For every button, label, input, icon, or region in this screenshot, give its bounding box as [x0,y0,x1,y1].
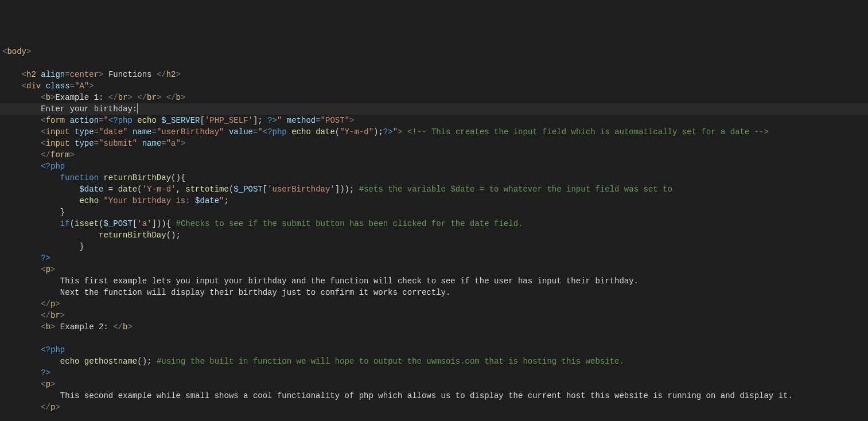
code-line[interactable]: <input type="submit" name="a"> [0,138,868,149]
code-token [2,345,41,354]
code-line[interactable]: <input type="date" name="userBirthday" v… [0,126,868,138]
code-token [2,254,41,263]
code-token [2,368,41,377]
code-token: > [26,47,31,56]
code-token [2,139,41,148]
code-line[interactable]: if(isset($_POST['a'])){ #Checks to see i… [0,218,868,229]
code-token: "a" [166,139,181,148]
code-token [282,116,286,125]
code-line[interactable]: <?php [0,344,868,356]
code-token: class [46,81,70,91]
code-token: Enter your birthday: [41,104,137,114]
code-line[interactable]: <b> Example 2: </b> [0,321,868,333]
code-token: gethostname [84,357,137,366]
code-token [2,276,60,286]
code-token: #using the built in function we will hop… [157,357,624,366]
code-line[interactable]: echo "Your birthday is: $date"; [0,195,868,206]
code-line[interactable]: <p> [0,379,868,390]
code-token: echo [137,116,157,125]
code-line[interactable]: </form> [0,149,868,161]
code-editor[interactable]: <body> <h2 align=center> Functions </h2>… [0,46,868,421]
code-token: returnBirthDay [99,231,166,240]
code-line[interactable]: $date = date('Y-m-d', strtotime($_POST['… [0,184,868,195]
code-token: = [94,139,99,148]
code-token: < [22,70,26,79]
code-token [287,127,291,137]
code-line[interactable]: function returnBirthDay(){ [0,172,868,184]
code-line[interactable]: This second example while small shows a … [0,390,868,401]
code-token [2,380,41,389]
code-line[interactable]: ?> [0,252,868,264]
code-token: > [50,265,55,274]
code-token: date [316,127,335,137]
code-line[interactable]: ?> [0,367,868,379]
code-line[interactable]: echo gethostname(); #using the built in … [0,356,868,367]
code-token: "date" [99,127,127,137]
code-token: ( [137,185,142,194]
code-token: </ [41,150,50,159]
code-token: </ [157,70,166,79]
code-token: date [118,185,138,194]
code-token: br [147,93,157,102]
code-token: method [287,116,316,125]
code-line[interactable]: } [0,206,868,218]
code-line[interactable]: Next the function will display their bir… [0,287,868,298]
code-line[interactable]: </br> [0,310,868,321]
code-line[interactable]: } [0,241,868,252]
code-line[interactable]: <?php [0,161,868,172]
code-line[interactable]: <b>Example 1: </br> </br> </b> [0,92,868,103]
code-line[interactable]: This first example lets you input your b… [0,275,868,287]
code-token: = [94,127,99,137]
code-token [36,70,41,79]
code-line[interactable]: <div class="A"> [0,80,868,92]
code-line[interactable]: <body> [0,46,868,57]
code-line[interactable]: Enter your birthday: [0,103,868,115]
code-token: name [142,139,162,148]
code-token: < [41,93,45,102]
code-line[interactable] [0,333,868,344]
code-token [2,288,60,297]
code-token [137,139,142,148]
code-token: p [46,380,50,389]
code-token: input [46,139,70,148]
code-token: type [75,139,94,148]
code-token: > [176,70,181,79]
code-line[interactable]: returnBirthDay(); [0,229,868,241]
code-token: > [50,380,55,389]
code-token [79,357,84,366]
code-token: b [46,93,50,102]
code-token: " [393,127,398,137]
code-token: </ [41,311,50,320]
code-token: < [41,139,45,148]
code-token: strtotime [185,185,229,194]
code-line[interactable] [0,413,868,421]
code-token: function [60,173,99,182]
code-token [2,93,41,102]
code-token [70,127,75,137]
code-token: "userBirthday" [157,127,224,137]
code-line[interactable]: </p> [0,298,868,310]
code-token [2,116,41,125]
code-token [2,231,99,240]
code-token [2,208,60,217]
code-token [2,185,79,194]
code-token: ( [70,219,75,228]
code-line[interactable] [0,57,868,69]
code-token: form [46,116,65,125]
code-line[interactable]: <form action="<?php echo $_SERVER['PHP_S… [0,115,868,126]
code-token: br [50,311,60,320]
code-token: type [75,127,94,137]
code-token: form [50,150,70,159]
code-token: ); [373,127,383,137]
code-token [2,81,22,91]
code-line[interactable]: <h2 align=center> Functions </h2> [0,69,868,80]
code-token: </ [166,93,176,102]
code-token [2,391,60,400]
code-token: " [258,127,262,137]
code-token: echo [291,127,311,137]
code-token: center [70,70,99,79]
code-token: , [176,185,185,194]
code-line[interactable]: <p> [0,264,868,275]
code-token: < [41,116,45,125]
code-line[interactable]: </p> [0,401,868,413]
